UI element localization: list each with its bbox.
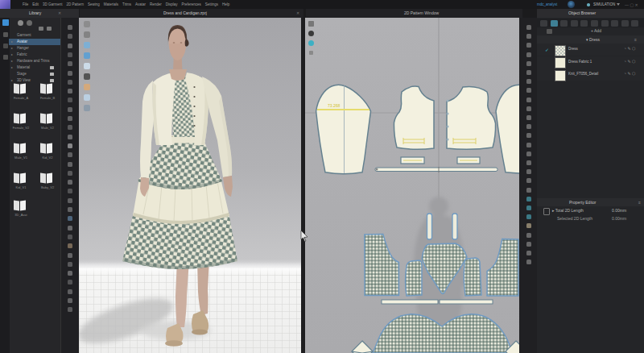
svg-text:73.268: 73.268 (328, 103, 341, 108)
